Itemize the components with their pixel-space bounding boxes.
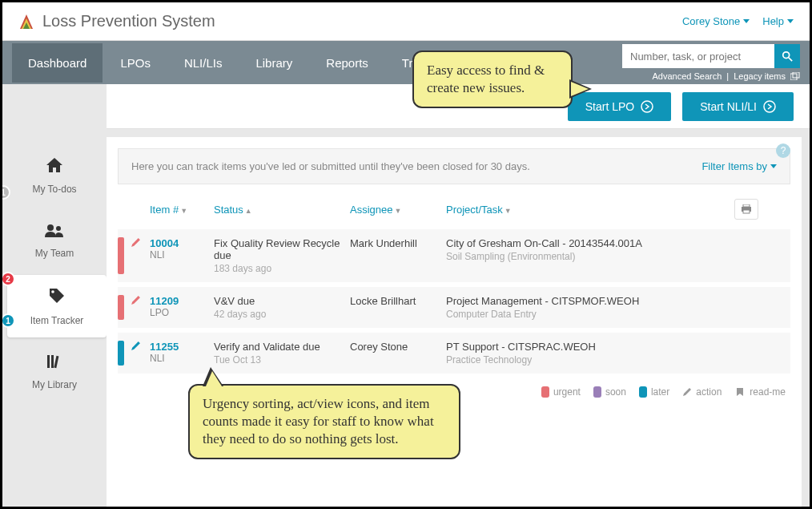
arrow-circle-icon [641,100,653,113]
app-logo: Loss Prevention System [18,12,215,30]
table-headers: Item #▼ Status▲ Assignee▼ Project/Task▼ [118,194,790,224]
item-number[interactable]: 10004 [150,237,214,249]
urgency-bar [118,237,124,274]
search-button[interactable] [774,44,800,68]
project-name: City of Gresham On-Call - 20143544.001A [446,237,784,249]
urgency-bar [118,341,124,366]
team-icon [10,222,98,243]
nav-library[interactable]: Library [239,43,308,83]
svg-rect-15 [743,204,750,207]
library-icon [10,353,98,374]
project-name: Project Management - CITSPMOF.WEOH [446,295,784,307]
svg-rect-17 [743,210,750,213]
status-date: 183 days ago [214,263,350,274]
urgency-bar [118,295,124,320]
item-type: LPO [150,307,214,318]
svg-point-10 [56,226,61,231]
nav-lpos[interactable]: LPOs [104,43,167,83]
sort-icon: ▼ [180,207,187,215]
callout-text: Urgency sorting, act/view icons, and ite… [203,396,434,446]
sidebar-item-todos[interactable]: My To-dos 1 [2,145,107,206]
status-text: V&V due [214,295,350,307]
nav-dashboard[interactable]: Dashboard [12,43,103,83]
legend-readme: read-me [734,386,786,398]
table-row[interactable]: 10004NLIFix Quality Review Recycle due18… [118,229,790,282]
help-icon[interactable]: ? [776,143,790,158]
filter-items-dropdown[interactable]: Filter Items by [701,160,777,172]
header-status[interactable]: Status▲ [214,204,350,216]
sidebar-item-label: My Team [10,248,98,259]
pencil-icon [682,387,692,397]
sort-icon: ▲ [245,207,252,215]
user-name: Corey Stone [682,15,740,27]
external-link-icon [790,72,800,80]
sidebar-item-label: My To-dos [10,184,98,195]
assignee-name: Corey Stone [350,341,446,353]
header-assignee[interactable]: Assignee▼ [350,204,446,216]
legacy-items-link[interactable]: Legacy items [734,71,786,81]
start-nli-button[interactable]: Start NLI/LI [682,92,794,121]
chevron-down-icon [787,19,794,23]
legend-later: later [639,386,669,398]
topbar: Loss Prevention System Corey Stone Help [2,2,810,41]
callout-text: Easy access to find & create new issues. [427,63,545,95]
print-button[interactable] [734,199,758,220]
later-dot-icon [639,386,647,398]
svg-rect-6 [793,72,799,78]
status-date: 42 days ago [214,309,350,320]
start-nli-label: Start NLI/LI [700,100,757,113]
header-item[interactable]: Item #▼ [150,204,214,216]
home-icon [10,156,98,179]
svg-point-7 [641,101,653,112]
status-date: Tue Oct 13 [214,354,350,366]
sidebar-item-library[interactable]: My Library [2,342,107,402]
assignee-name: Locke Brillhart [350,295,446,307]
logo-icon [18,14,34,30]
sidebar-item-team[interactable]: My Team [2,211,107,270]
svg-point-11 [51,290,54,293]
sort-icon: ▼ [394,207,401,215]
app-title: Loss Prevention System [42,12,215,30]
item-number[interactable]: 11255 [150,341,214,353]
urgent-dot-icon [541,386,549,398]
badge: 1 [1,313,15,328]
readme-icon [734,387,746,397]
sidebar-item-tracker[interactable]: Item Tracker 2 1 [7,275,107,337]
arrow-circle-icon [763,100,776,113]
table-row[interactable]: 11209LPOV&V due42 days agoLocke Brillhar… [118,287,790,328]
svg-rect-12 [47,355,50,368]
advanced-search-link[interactable]: Advanced Search [652,71,722,81]
edit-icon[interactable] [131,295,150,308]
sidebar: My To-dos 1 My Team Item Tracker 2 1 My … [2,129,107,507]
project-task: Computer Data Entry [446,309,784,320]
edit-icon[interactable] [131,341,150,353]
chevron-down-icon [770,164,777,168]
legend-action: action [682,386,722,398]
item-type: NLI [150,353,214,364]
start-lpo-label: Start LPO [585,100,634,113]
navbar: Dashboard LPOs NLI/LIs Library Reports T… [2,41,810,84]
help-menu[interactable]: Help [762,15,794,27]
svg-rect-14 [54,356,58,368]
print-icon [741,204,752,214]
annotation-callout: Urgency sorting, act/view icons, and ite… [188,384,460,459]
edit-icon[interactable] [131,237,150,250]
badge: 2 [1,272,15,286]
legend-urgent: urgent [541,386,581,398]
user-menu[interactable]: Corey Stone [682,15,750,27]
nav-nli[interactable]: NLI/LIs [168,43,239,83]
nav-reports[interactable]: Reports [310,43,384,83]
search-input[interactable] [622,44,774,68]
project-name: PT Support - CITSPRAC.WEOH [446,341,784,353]
svg-rect-13 [51,355,54,368]
search-icon [782,50,793,62]
legend-soon: soon [593,386,626,398]
sort-icon: ▼ [504,207,512,215]
tag-icon [15,286,98,310]
divider: | [726,71,729,81]
header-project[interactable]: Project/Task▼ [446,204,734,216]
svg-point-9 [47,224,54,231]
svg-point-8 [764,101,775,112]
chevron-down-icon [743,19,750,23]
item-number[interactable]: 11209 [150,295,214,307]
